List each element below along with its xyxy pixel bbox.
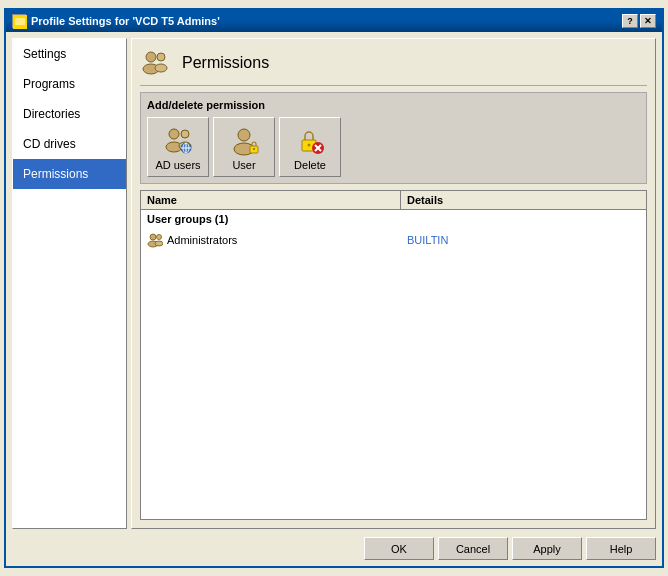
window-title: Profile Settings for 'VCD T5 Admins' xyxy=(31,15,220,27)
col-details: Details xyxy=(401,191,646,209)
add-delete-title: Add/delete permission xyxy=(147,99,640,111)
table-cell-name: Administrators xyxy=(141,230,401,250)
table-header: Name Details xyxy=(141,191,646,210)
ok-button[interactable]: OK xyxy=(364,537,434,560)
table-group-header: User groups (1) xyxy=(141,210,646,228)
sidebar-item-programs[interactable]: Programs xyxy=(13,69,126,99)
sidebar-item-permissions[interactable]: Permissions xyxy=(13,159,126,189)
close-button[interactable]: ✕ xyxy=(640,14,656,28)
svg-point-26 xyxy=(155,241,163,246)
svg-point-8 xyxy=(181,130,189,138)
main-window: Profile Settings for 'VCD T5 Admins' ? ✕… xyxy=(4,8,664,568)
table-row[interactable]: Administrators BUILTIN xyxy=(141,228,646,252)
panel-header: Permissions xyxy=(140,47,647,86)
ad-users-label: AD users xyxy=(155,159,200,171)
help-button[interactable]: ? xyxy=(622,14,638,28)
title-bar: Profile Settings for 'VCD T5 Admins' ? ✕ xyxy=(6,10,662,32)
user-button[interactable]: User xyxy=(213,117,275,177)
delete-icon xyxy=(294,124,326,156)
footer: OK Cancel Apply Help xyxy=(12,535,656,560)
user-label: User xyxy=(232,159,255,171)
window-icon xyxy=(12,14,26,28)
ad-users-icon xyxy=(162,124,194,156)
sidebar-item-directories[interactable]: Directories xyxy=(13,99,126,129)
delete-label: Delete xyxy=(294,159,326,171)
svg-point-6 xyxy=(169,129,179,139)
add-delete-section: Add/delete permission xyxy=(140,92,647,184)
table-cell-details: BUILTIN xyxy=(401,232,646,248)
svg-point-4 xyxy=(157,53,165,61)
svg-point-25 xyxy=(157,235,162,240)
col-name: Name xyxy=(141,191,401,209)
apply-button[interactable]: Apply xyxy=(512,537,582,560)
sidebar: Settings Programs Directories CD drives … xyxy=(12,38,127,529)
user-icon xyxy=(228,124,260,156)
main-content: Settings Programs Directories CD drives … xyxy=(12,38,656,529)
ad-users-button[interactable]: AD users xyxy=(147,117,209,177)
permission-table: Name Details User groups (1) xyxy=(140,190,647,520)
title-bar-left: Profile Settings for 'VCD T5 Admins' xyxy=(12,14,220,28)
svg-point-19 xyxy=(308,143,311,146)
window-body: Settings Programs Directories CD drives … xyxy=(6,32,662,566)
svg-point-2 xyxy=(146,52,156,62)
right-panel: Permissions Add/delete permission xyxy=(131,38,656,529)
svg-point-23 xyxy=(150,234,156,240)
help-footer-button[interactable]: Help xyxy=(586,537,656,560)
svg-point-17 xyxy=(253,147,255,149)
delete-button[interactable]: Delete xyxy=(279,117,341,177)
toolbar-buttons: AD users User xyxy=(147,117,640,177)
cancel-button[interactable]: Cancel xyxy=(438,537,508,560)
svg-point-5 xyxy=(155,64,167,72)
sidebar-item-settings[interactable]: Settings xyxy=(13,39,126,69)
svg-point-14 xyxy=(238,129,250,141)
sidebar-item-cd-drives[interactable]: CD drives xyxy=(13,129,126,159)
permissions-icon xyxy=(140,47,172,79)
group-icon xyxy=(147,232,163,248)
svg-rect-1 xyxy=(15,18,25,25)
title-controls: ? ✕ xyxy=(622,14,656,28)
panel-title: Permissions xyxy=(182,54,269,72)
